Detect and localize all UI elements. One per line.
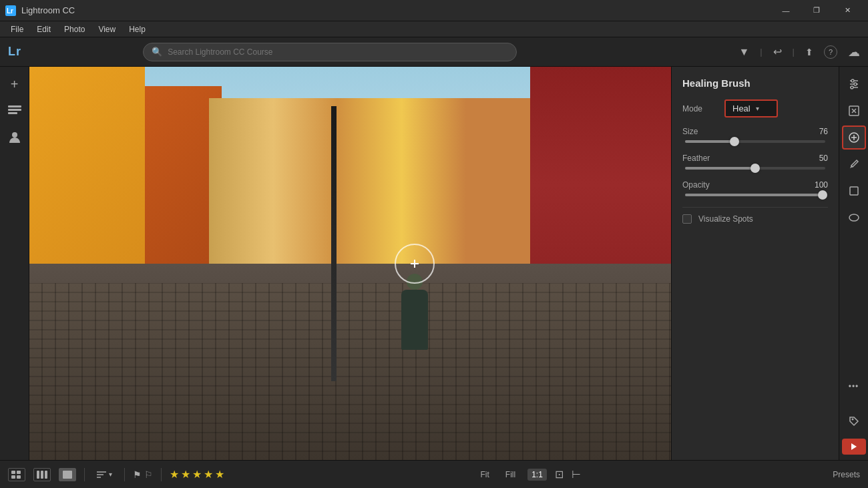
filter-icon[interactable]: ▼: [738, 46, 749, 58]
size-slider-thumb[interactable]: [730, 137, 739, 146]
bottom-toolbar: ▾ ⚑ ⚐ ★ ★ ★ ★ ★ Fit Fill 1:1 ⊡ ⊢ Presets: [0, 460, 868, 488]
feather-slider-thumb[interactable]: [750, 164, 760, 173]
flag-pick-icon[interactable]: ⚑: [133, 469, 142, 480]
title-bar: Lr Lightroom CC — ❐ ✕: [0, 0, 868, 21]
photo-view-icon[interactable]: ⊡: [555, 468, 564, 481]
adjust-icon[interactable]: [842, 72, 866, 96]
size-row: Size 76: [682, 127, 828, 143]
library-icon[interactable]: [3, 99, 27, 123]
menu-view[interactable]: View: [93, 23, 121, 35]
opacity-row: Opacity 100: [682, 180, 828, 196]
svg-point-11: [851, 86, 853, 89]
grid-view-button[interactable]: [8, 468, 25, 481]
flag-reject-icon[interactable]: ⚐: [144, 469, 153, 480]
minimize-button[interactable]: —: [771, 0, 801, 21]
person: [401, 290, 428, 350]
size-label: Size: [682, 127, 719, 136]
share-icon[interactable]: ⬆: [805, 47, 813, 57]
menu-photo[interactable]: Photo: [59, 23, 90, 35]
star-3[interactable]: ★: [192, 468, 202, 481]
canvas-area[interactable]: [29, 67, 671, 460]
svg-rect-23: [37, 471, 39, 479]
opacity-slider-thumb[interactable]: [818, 190, 827, 200]
svg-rect-24: [41, 471, 43, 479]
add-icon[interactable]: +: [3, 72, 27, 96]
svg-rect-2: [8, 105, 21, 107]
filmstrip-view-button[interactable]: [33, 468, 51, 481]
photo-canvas: [29, 67, 671, 460]
mode-label: Mode: [682, 104, 719, 113]
svg-point-7: [851, 79, 854, 82]
visualize-checkbox[interactable]: [682, 214, 692, 224]
top-toolbar: Lr 🔍 ▼ | ↩ | ⬆ ? ☁: [0, 37, 868, 67]
menu-file[interactable]: File: [5, 23, 29, 35]
star-5[interactable]: ★: [215, 468, 224, 481]
divider3: [161, 468, 162, 481]
svg-rect-25: [45, 471, 47, 479]
divider1: [84, 468, 85, 481]
app-main: +: [0, 67, 868, 460]
opacity-slider[interactable]: [685, 194, 825, 196]
menu-edit[interactable]: Edit: [31, 23, 56, 35]
svg-text:Lr: Lr: [7, 7, 13, 15]
subscribe-badge[interactable]: [842, 439, 866, 455]
size-slider[interactable]: [685, 140, 825, 143]
feather-slider-fill: [685, 167, 755, 170]
menu-bar: File Edit Photo View Help: [0, 21, 868, 37]
people-icon[interactable]: [3, 126, 27, 150]
star-1[interactable]: ★: [170, 468, 179, 481]
toolbar-icons: ▼ | ↩ | ⬆ ? ☁: [738, 45, 860, 59]
zoom-1-1-button[interactable]: 1:1: [527, 469, 547, 481]
radial-icon[interactable]: [842, 206, 866, 230]
more-icon[interactable]: •••: [842, 375, 866, 399]
sort-arrow-icon: ▾: [109, 471, 112, 478]
mode-row: Mode Heal ▾: [682, 99, 828, 117]
svg-rect-20: [17, 471, 21, 474]
svg-point-17: [849, 214, 859, 221]
size-slider-fill: [685, 140, 734, 143]
search-input[interactable]: [168, 47, 508, 57]
zoom-fill-button[interactable]: Fill: [501, 469, 519, 481]
star-4[interactable]: ★: [204, 468, 213, 481]
heal-brush-icon[interactable]: [842, 126, 866, 150]
star-rating: ★ ★ ★ ★ ★: [170, 468, 224, 481]
flag-area: ⚑ ⚐: [133, 469, 153, 480]
presets-button[interactable]: Presets: [833, 469, 860, 479]
left-sidebar: +: [0, 67, 29, 460]
close-button[interactable]: ✕: [832, 0, 863, 21]
help-icon[interactable]: ?: [824, 45, 837, 59]
undo-icon[interactable]: ↩: [773, 45, 782, 58]
star-2[interactable]: ★: [181, 468, 190, 481]
mode-value: Heal: [732, 103, 750, 113]
app-icon: Lr: [5, 5, 16, 16]
sort-button[interactable]: ▾: [93, 469, 116, 481]
svg-rect-16: [850, 187, 858, 195]
opacity-slider-fill: [685, 194, 823, 196]
mode-dropdown[interactable]: Heal ▾: [724, 99, 778, 117]
subscribe-play-icon: [851, 443, 857, 450]
window-controls: — ❐ ✕: [771, 0, 863, 21]
transform-icon[interactable]: [842, 99, 866, 123]
single-view-button[interactable]: [59, 468, 76, 481]
search-bar[interactable]: 🔍: [143, 43, 517, 61]
svg-rect-19: [11, 471, 15, 474]
right-tools: •••: [839, 67, 868, 460]
svg-rect-3: [8, 109, 21, 111]
menu-help[interactable]: Help: [124, 23, 151, 35]
feather-slider[interactable]: [685, 167, 825, 170]
svg-point-18: [851, 419, 853, 421]
rect-icon[interactable]: [842, 179, 866, 203]
lr-logo: Lr: [8, 45, 21, 59]
tag-icon[interactable]: [842, 409, 866, 433]
zoom-controls: Fit Fill 1:1 ⊡ ⊢: [476, 468, 580, 481]
zoom-fit-button[interactable]: Fit: [476, 469, 493, 481]
brush-icon[interactable]: [842, 152, 866, 176]
size-value: 76: [808, 127, 828, 136]
visualize-spots-row: Visualize Spots: [682, 214, 828, 224]
opacity-value: 100: [808, 180, 828, 190]
maximize-button[interactable]: ❐: [801, 0, 832, 21]
compare-icon[interactable]: ⊢: [572, 468, 581, 481]
cloud-icon[interactable]: ☁: [848, 45, 860, 59]
app-title: Lightroom CC: [21, 5, 75, 15]
panel-title: Healing Brush: [682, 77, 828, 89]
